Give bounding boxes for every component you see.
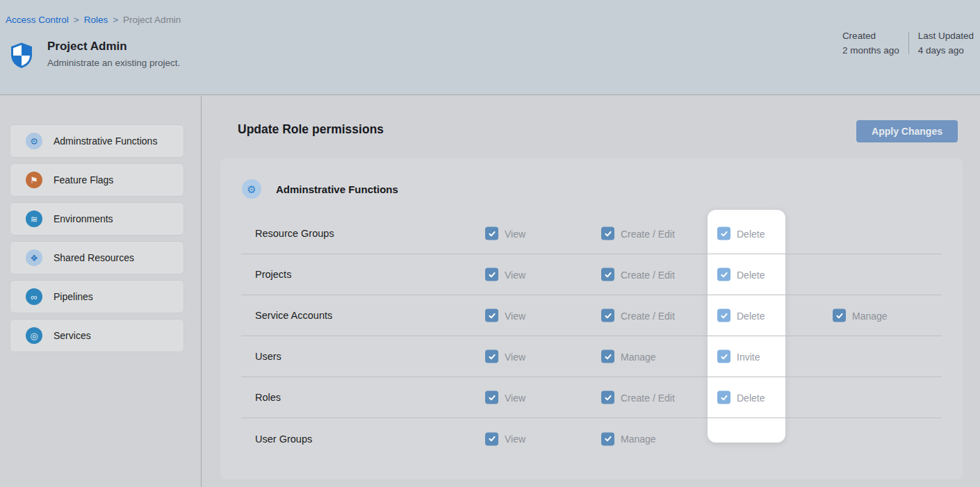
permission-user-groups-manage: Manage	[601, 432, 656, 445]
permission-projects-delete: Delete	[717, 268, 765, 281]
permission-user-groups-view: View	[485, 432, 525, 445]
created-block: Created 2 months ago	[842, 31, 899, 56]
flag-icon: ⚑	[26, 172, 42, 188]
sidebar-item-label: Pipelines	[54, 291, 93, 302]
sidebar-item-environments[interactable]: ≋Environments	[10, 202, 184, 236]
checkbox-invite[interactable]	[717, 350, 730, 363]
checkbox-delete[interactable]	[717, 227, 730, 240]
page-title: Project Admin	[47, 40, 127, 53]
checkbox-create-edit[interactable]	[601, 268, 614, 281]
permission-service-accounts-delete: Delete	[717, 309, 765, 322]
resource-name: Users	[255, 351, 281, 362]
permission-service-accounts-create-edit: Create / Edit	[601, 309, 675, 322]
resource-name: Service Accounts	[255, 310, 332, 321]
permission-row-users: UsersViewManageInvite	[241, 336, 942, 377]
breadcrumb: Access Control>Roles>Project Admin	[6, 15, 181, 25]
permission-service-accounts-manage: Manage	[833, 309, 888, 322]
breadcrumb-item-project-admin: Project Admin	[123, 15, 181, 25]
checkbox-create-edit[interactable]	[601, 309, 614, 322]
shield-icon	[9, 42, 34, 69]
checkbox-view[interactable]	[485, 391, 498, 404]
sidebar-item-pipelines[interactable]: ∞Pipelines	[10, 280, 184, 313]
last-updated-label: Last Updated	[918, 31, 974, 41]
breadcrumb-item-access-control[interactable]: Access Control	[6, 15, 69, 25]
permission-label: Manage	[852, 310, 888, 321]
permission-label: Create / Edit	[621, 392, 675, 403]
sidebar-item-feature-flags[interactable]: ⚑Feature Flags	[10, 163, 184, 197]
permission-label: View	[505, 434, 525, 445]
permission-label: Invite	[737, 351, 760, 362]
permission-row-resource-groups: Resource GroupsViewCreate / EditDelete	[241, 213, 942, 254]
last-updated-block: Last Updated 4 days ago	[918, 31, 974, 56]
sidebar-item-shared-resources[interactable]: ❖Shared Resources	[10, 241, 184, 274]
checkbox-create-edit[interactable]	[601, 227, 614, 240]
card-header: ⚙ Adminstrative Functions	[242, 179, 398, 199]
checkbox-view[interactable]	[485, 227, 498, 240]
permission-label: Create / Edit	[621, 310, 675, 321]
permission-label: Create / Edit	[621, 228, 675, 239]
created-value: 2 months ago	[842, 45, 899, 56]
checkbox-view[interactable]	[485, 309, 498, 322]
created-label: Created	[842, 31, 899, 41]
section-title: Update Role permissions	[238, 122, 384, 137]
permission-row-roles: RolesViewCreate / EditDelete	[241, 377, 942, 418]
sidebar-item-label: Adminstrative Functions	[54, 135, 157, 147]
checkbox-manage[interactable]	[833, 309, 846, 322]
permission-label: View	[505, 310, 525, 321]
sidebar-item-label: Services	[54, 330, 91, 341]
sidebar-item-adminstrative-functions[interactable]: ⚙Adminstrative Functions	[10, 124, 184, 158]
services-icon: ◎	[26, 327, 42, 344]
page-subtitle: Administrate an existing project.	[47, 58, 180, 68]
permission-label: Delete	[737, 228, 765, 239]
resource-name: Roles	[255, 392, 281, 403]
permission-projects-view: View	[485, 268, 525, 281]
card-title: Adminstrative Functions	[276, 183, 398, 195]
gear-icon: ⚙	[26, 133, 42, 149]
apply-changes-button[interactable]: Apply Changes	[856, 120, 958, 142]
gear-icon: ⚙	[242, 179, 261, 199]
sidebar: ⚙Adminstrative Functions⚑Feature Flags≋E…	[0, 96, 202, 487]
environments-icon: ≋	[26, 211, 42, 227]
resource-name: Resource Groups	[255, 228, 334, 239]
checkbox-manage[interactable]	[601, 432, 614, 445]
page-body: ⚙Adminstrative Functions⚑Feature Flags≋E…	[0, 96, 980, 487]
permission-resource-groups-view: View	[485, 227, 525, 240]
page: Access Control>Roles>Project Admin Proje…	[0, 0, 980, 487]
permission-label: Manage	[621, 351, 656, 362]
permission-roles-create-edit: Create / Edit	[601, 391, 675, 404]
pipelines-icon: ∞	[26, 288, 42, 305]
permission-label: Delete	[737, 310, 765, 321]
page-header: Access Control>Roles>Project Admin Proje…	[0, 0, 980, 95]
sidebar-item-label: Environments	[54, 213, 113, 224]
permission-label: Create / Edit	[621, 269, 675, 280]
checkbox-view[interactable]	[485, 350, 498, 363]
sidebar-item-services[interactable]: ◎Services	[10, 319, 184, 352]
resource-name: User Groups	[255, 434, 312, 445]
permission-resource-groups-delete: Delete	[717, 227, 765, 240]
shared-resources-icon: ❖	[26, 249, 42, 266]
permission-label: View	[505, 228, 525, 239]
permission-row-projects: ProjectsViewCreate / EditDelete	[241, 254, 942, 295]
checkbox-view[interactable]	[485, 432, 498, 445]
checkbox-view[interactable]	[485, 268, 498, 281]
checkbox-delete[interactable]	[717, 391, 730, 404]
permission-users-manage: Manage	[601, 350, 656, 363]
permission-label: Delete	[737, 269, 765, 280]
checkbox-delete[interactable]	[717, 268, 730, 281]
permission-label: View	[505, 269, 525, 280]
permission-row-service-accounts: Service AccountsViewCreate / EditDeleteM…	[241, 295, 942, 336]
permission-roles-delete: Delete	[717, 391, 765, 404]
permissions-card: ⚙ Adminstrative Functions Resource Group…	[220, 158, 963, 479]
role-meta: Created 2 months ago Last Updated 4 days…	[842, 31, 974, 56]
breadcrumb-item-roles[interactable]: Roles	[84, 15, 108, 25]
breadcrumb-separator: >	[113, 15, 118, 25]
permission-label: View	[505, 392, 525, 403]
checkbox-delete[interactable]	[717, 309, 730, 322]
permission-users-invite: Invite	[717, 350, 760, 363]
checkbox-create-edit[interactable]	[601, 391, 614, 404]
sidebar-item-label: Shared Resources	[54, 252, 134, 263]
permission-rows: Resource GroupsViewCreate / EditDeletePr…	[241, 213, 942, 459]
permission-label: Delete	[737, 392, 765, 403]
checkbox-manage[interactable]	[601, 350, 614, 363]
permission-projects-create-edit: Create / Edit	[601, 268, 675, 281]
